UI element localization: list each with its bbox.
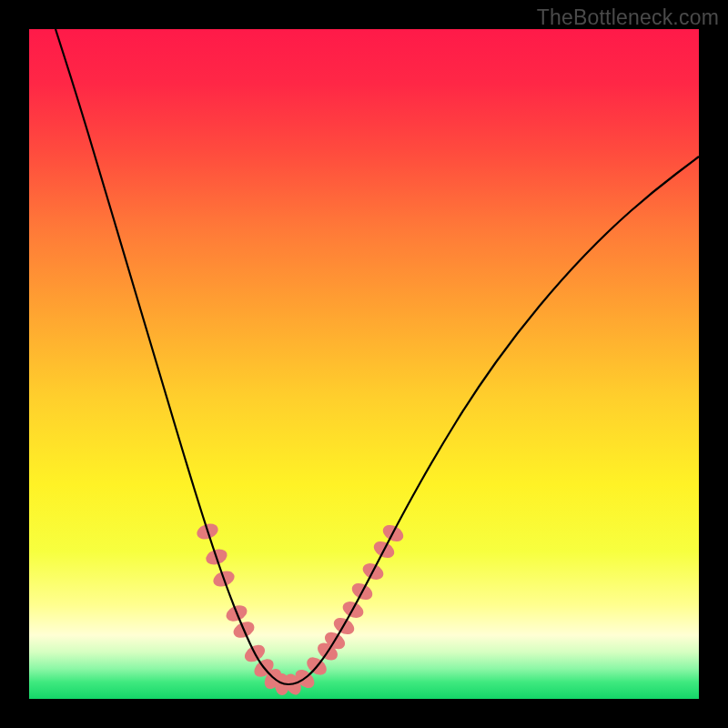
curve-layer [29,29,699,699]
bottleneck-curve [56,29,699,684]
plot-area [29,29,699,699]
marker-beads [195,521,406,697]
chart-frame: TheBottleneck.com [0,0,728,728]
watermark-text: TheBottleneck.com [537,5,719,30]
